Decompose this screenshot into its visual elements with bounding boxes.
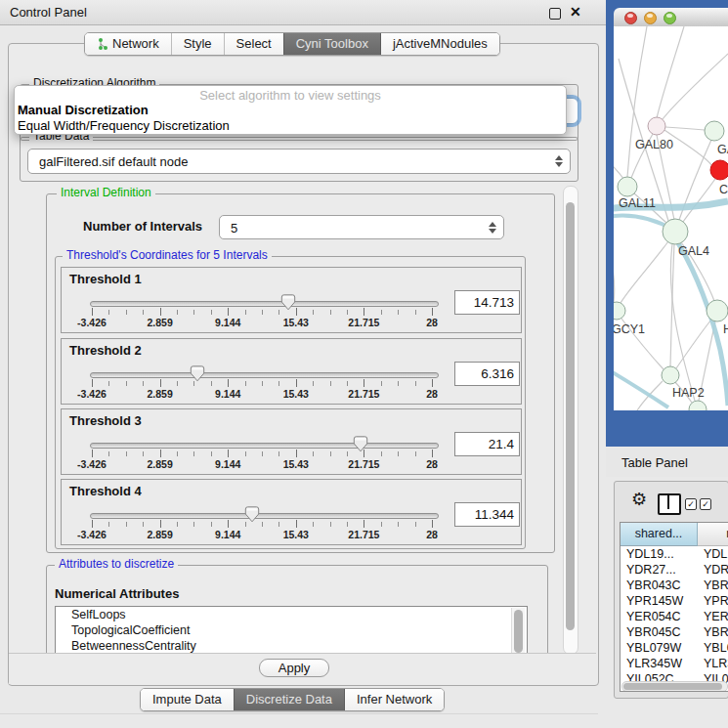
slider-tick-label: 2.859 [131,388,190,400]
slider-major-tick [160,308,161,316]
close-traffic-light[interactable] [624,12,637,24]
dropdown-option-equal-width[interactable]: Equal Width/Frequency Discretization [18,118,230,133]
slider-tick-label: 9.144 [198,529,257,540]
slider-major-tick [228,450,229,457]
tab-label: Infer Network [357,692,432,707]
tab-network[interactable]: Network [85,33,171,55]
slider-major-tick [160,379,161,387]
threshold-value-field[interactable]: 6.316 [454,362,520,386]
apply-button[interactable]: Apply [259,659,329,677]
close-icon[interactable]: ✕ [570,4,581,20]
slider-tick-label: 28 [403,317,461,328]
table-hscrollbar[interactable] [621,681,728,692]
network-edge [614,241,615,303]
table-row[interactable]: YER054CYER0 [621,609,728,624]
attribute-item-selfloops[interactable]: SelfLoops [56,607,527,622]
table-data-combobox[interactable]: galFiltered.sif default node [27,149,571,174]
network-node-gal80[interactable] [648,117,665,135]
float-window-icon[interactable] [549,8,561,20]
slider-tick-label: 9.144 [198,458,257,470]
stepper-icon [554,154,563,168]
slider-minor-ticks [92,451,433,456]
tab-cyni-toolbox[interactable]: Cyni Toolbox [283,33,380,55]
network-node-c[interactable] [710,160,728,180]
slider-thumb[interactable] [190,365,205,382]
attributes-list-scrollbar[interactable] [511,608,525,657]
slider-tick-label: 28 [403,458,461,470]
node-label: GCY1 [614,322,645,336]
slider-major-tick [364,308,364,316]
node-table: shared... name YDL19...YDL1YDR27...YDR2Y… [620,522,728,692]
table-row[interactable]: YLR345WYLR3 [621,656,728,671]
network-edge [621,241,668,303]
node-label: HAP2 [672,386,705,400]
node-label: GAL4 [678,244,709,258]
tab-impute-data[interactable]: Impute Data [141,689,234,710]
column-header-name[interactable]: name [698,523,728,546]
attributes-list-scrollbar-thumb[interactable] [514,610,523,653]
table-row[interactable]: YBR045CYBR0 [621,624,728,640]
network-node-gal4[interactable] [663,219,688,244]
slider-track[interactable] [90,443,439,449]
slider-tick-label: 2.859 [131,529,190,540]
table-row[interactable]: YDR27...YDR2 [621,562,728,578]
network-edge [676,320,711,368]
threshold-label: Threshold 4 [69,484,142,498]
table-row[interactable]: YPR145WYPR1 [621,593,728,609]
attribute-item-topologicalcoefficient[interactable]: TopologicalCoefficient [56,622,527,638]
slider-track[interactable] [90,301,439,307]
num-intervals-combobox[interactable]: 5 [219,215,504,239]
split-columns-icon[interactable] [658,493,681,515]
threshold-value-field[interactable]: 14.713 [454,290,520,315]
network-edge-thick [614,368,668,407]
threshold-value-field[interactable]: 11.344 [454,502,520,527]
table-row[interactable]: YBR043CYBR0 [621,578,728,593]
slider-tick-label: -3.426 [63,458,121,470]
gear-icon[interactable]: ⚙ [631,491,647,508]
minimize-traffic-light[interactable] [644,12,657,24]
tab-select[interactable]: Select [224,33,283,55]
node-label: GAL80 [635,138,673,151]
dropdown-option-manual[interactable]: Manual Discretization [18,103,149,117]
threshold-value-field[interactable]: 21.4 [454,432,520,456]
settings-scrollbar-thumb[interactable] [566,202,575,630]
cell-shared-name: YLR345W [626,656,682,671]
zoom-traffic-light[interactable] [664,12,676,24]
table-hscrollbar-thumb[interactable] [623,683,722,690]
slider-major-tick [296,379,297,387]
network-node-ga[interactable] [705,121,724,141]
numerical-attributes-list[interactable]: SelfLoopsTopologicalCoefficientBetweenne… [55,606,528,660]
tab-style[interactable]: Style [171,33,224,55]
tab-infer-network[interactable]: Infer Network [344,689,444,710]
table-panel-title: Table Panel [621,455,688,470]
network-node-hap2[interactable] [662,366,679,384]
checkbox-checked-icon[interactable]: ✓ [700,498,711,510]
network-node-h[interactable] [707,300,728,321]
slider-track[interactable] [90,372,439,378]
cell-name: YER0 [704,609,728,624]
settings-scrollbar[interactable] [563,186,578,655]
cell-name: YBR0 [704,578,728,593]
network-node-gcy1[interactable] [614,302,625,320]
slider-tick-label: 28 [403,529,461,540]
network-canvas[interactable]: GAL80GACGAL11GAL4GCY1HHAP2 [614,26,728,410]
table-row[interactable]: YDL19...YDL1 [621,546,728,562]
slider-major-tick [364,379,364,387]
thresholds-groupbox: Threshold 1-3.4262.8599.14415.4321.71528… [55,256,526,549]
attribute-item-betweennesscentrality[interactable]: BetweennessCentrality [56,638,527,654]
slider-major-tick [432,520,433,528]
tab-jactivemnodules[interactable]: jActiveMNodules [380,33,499,55]
slider-major-tick [296,450,297,457]
tab-discretize-data[interactable]: Discretize Data [234,689,344,710]
checkbox-checked-icon[interactable]: ✓ [685,498,697,510]
network-node-gal11[interactable] [618,177,637,196]
column-header-shared-name[interactable]: shared... [621,523,698,546]
slider-thumb[interactable] [280,294,296,311]
slider-thumb[interactable] [244,506,260,523]
table-row[interactable]: YBL079WYBL0 [621,640,728,656]
bottom-tabs: Impute DataDiscretize DataInfer Network [140,688,445,711]
slider-thumb[interactable] [353,436,368,452]
slider-tick-label: 21.715 [334,529,393,540]
slider-track[interactable] [90,513,439,519]
network-window-titlebar[interactable] [614,8,728,27]
